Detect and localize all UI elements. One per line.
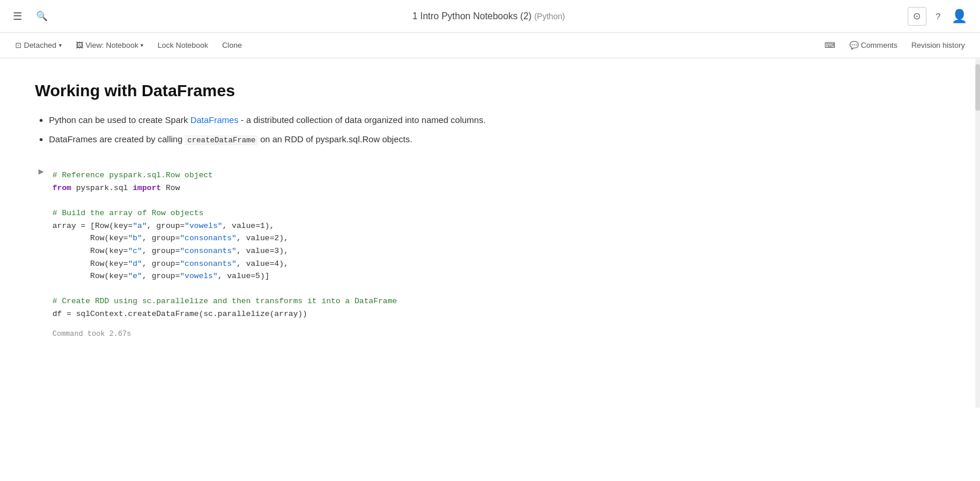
code-str-consonants-1: "consonants" [180, 234, 237, 243]
code-str-b: "b" [128, 234, 142, 243]
code-line-comment-1: # Reference pyspark.sql.Row object [52, 171, 213, 180]
top-bar-right: ⊙ ? 👤 [908, 7, 980, 26]
detached-label: Detached [24, 41, 57, 50]
keyboard-button[interactable]: ⌨ [819, 38, 841, 52]
code-array-5c: , value=5)] [218, 272, 270, 280]
code-array-1b: , group= [147, 222, 185, 230]
bullet-text-before-1: Python can be used to create Spark [49, 115, 191, 125]
toolbar-right: ⌨ 💬 Comments Revision history [819, 38, 971, 52]
code-str-e: "e" [128, 272, 142, 280]
code-array-2b: , group= [142, 234, 180, 243]
code-array-3c: , value=3), [237, 247, 288, 255]
code-keyword-import: import [133, 184, 161, 192]
code-array-3a: Row(key= [52, 247, 128, 255]
output-text: Command took 2.67s [52, 330, 131, 338]
lock-label: Lock Notebook [157, 41, 208, 50]
code-array-5b: , group= [142, 272, 180, 280]
code-array-1c: , value=1), [223, 222, 274, 230]
bullet-text-after-1: - a distributed collection of data organ… [238, 115, 485, 125]
code-keyword-from: from [52, 184, 71, 192]
code-array-5a: Row(key= [52, 272, 128, 280]
notebook-title: 1 Intro Python Notebooks (2) [413, 11, 532, 21]
list-item: DataFrames are created by calling create… [49, 131, 874, 147]
top-bar-left: ☰ 🔍 [0, 5, 70, 27]
scrollbar-thumb[interactable] [975, 64, 980, 111]
dataframes-link[interactable]: DataFrames [191, 115, 239, 125]
code-array-4b: , group= [142, 259, 180, 268]
view-icon: 🖼 [76, 41, 83, 50]
code-df-line: df = sqlContext.createDataFrame(sc.paral… [52, 310, 307, 318]
bullet-text-after-2: on an RDD of pyspark.sql.Row objects. [258, 134, 412, 144]
user-avatar-button[interactable]: 👤 [950, 7, 968, 26]
bullet-list: Python can be used to create Spark DataF… [49, 112, 874, 147]
toolbar: ⊡ Detached ▾ 🖼 View: Notebook ▾ Lock Not… [0, 33, 980, 58]
inline-code-createDataFrame: createDataFrame [185, 135, 258, 145]
code-line-comment-2: # Build the array of Row objects [52, 209, 203, 217]
comments-button[interactable]: 💬 Comments [844, 38, 903, 52]
help-button[interactable]: ? [936, 11, 940, 21]
code-array-2c: , value=2), [237, 234, 288, 243]
main-content: Working with DataFrames Python can be us… [0, 58, 909, 371]
code-array-4c: , value=4), [237, 259, 288, 268]
clone-button[interactable]: Clone [216, 38, 248, 52]
cell-output: Command took 2.67s [35, 330, 874, 338]
view-chevron-icon: ▾ [140, 42, 143, 48]
code-str-c: "c" [128, 247, 142, 255]
history-circle-button[interactable]: ⊙ [908, 7, 926, 26]
code-str-vowels-1: "vowels" [185, 222, 223, 230]
bullet-text-before-2: DataFrames are created by calling [49, 134, 185, 144]
lock-notebook-button[interactable]: Lock Notebook [151, 38, 214, 52]
notebook-title-area: 1 Intro Python Notebooks (2) (Python) [70, 11, 908, 22]
detached-chevron-icon: ▾ [59, 42, 62, 48]
notebook-language: (Python) [534, 12, 565, 21]
revision-history-button[interactable]: Revision history [905, 38, 971, 52]
search-button[interactable]: 🔍 [29, 6, 55, 26]
top-bar: ☰ 🔍 1 Intro Python Notebooks (2) (Python… [0, 0, 980, 33]
code-text-1: pyspark.sql [71, 184, 132, 192]
code-text-2: Row [161, 184, 179, 192]
code-str-vowels-2: "vowels" [180, 272, 218, 280]
run-cell-button[interactable]: ▶ [35, 166, 47, 177]
hamburger-button[interactable]: ☰ [6, 5, 29, 27]
code-str-a: "a" [133, 222, 147, 230]
clone-label: Clone [222, 41, 242, 50]
text-cell: Working with DataFrames Python can be us… [35, 82, 874, 147]
code-cell-1: ▶ # Reference pyspark.sql.Row object fro… [35, 164, 874, 325]
view-notebook-button[interactable]: 🖼 View: Notebook ▾ [70, 38, 150, 52]
code-block[interactable]: # Reference pyspark.sql.Row object from … [52, 164, 874, 325]
code-array-3b: , group= [142, 247, 180, 255]
list-item: Python can be used to create Spark DataF… [49, 112, 874, 128]
code-str-consonants-2: "consonants" [180, 247, 237, 255]
code-array-2a: Row(key= [52, 234, 128, 243]
detached-icon: ⊡ [15, 41, 22, 50]
code-array-1: array = [Row(key= [52, 222, 133, 230]
code-array-4a: Row(key= [52, 259, 128, 268]
code-line-comment-3: # Create RDD using sc.parallelize and th… [52, 297, 397, 306]
page-title: Working with DataFrames [35, 82, 874, 100]
scrollbar[interactable] [975, 58, 980, 408]
detached-button[interactable]: ⊡ Detached ▾ [9, 38, 68, 52]
view-label: View: Notebook [86, 41, 139, 50]
code-str-d: "d" [128, 259, 142, 268]
code-str-consonants-3: "consonants" [180, 259, 237, 268]
